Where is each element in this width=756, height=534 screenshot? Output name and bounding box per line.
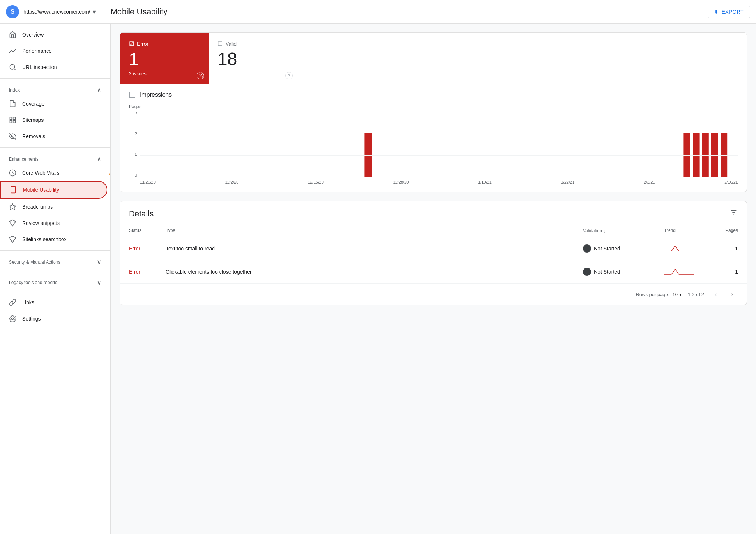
col-header-status: Status [129, 228, 166, 234]
sidebar-item-removals[interactable]: Removals [0, 128, 107, 144]
svg-line-1 [14, 69, 16, 70]
chevron-down-icon[interactable]: ▾ [679, 292, 682, 297]
sidebar-item-sitelinks-searchbox[interactable]: Sitelinks searchbox [0, 231, 107, 247]
index-section-header[interactable]: Index ∧ [0, 82, 110, 96]
sidebar-item-review-snippets[interactable]: Review snippets [0, 215, 107, 231]
sidebar-item-label: Sitemaps [22, 117, 44, 123]
divider [0, 291, 110, 291]
sidebar-item-label: Settings [22, 316, 41, 322]
sidebar-item-performance[interactable]: Performance [0, 43, 107, 59]
sidebar-item-links[interactable]: Links [0, 294, 107, 311]
diamond-icon [9, 219, 16, 227]
section-label: Security & Manual Actions [9, 260, 60, 265]
validation-text: Not Started [594, 269, 620, 275]
gridline-2 [140, 133, 738, 133]
gridline-1 [140, 155, 738, 156]
valid-tile[interactable]: ☐ Valid 18 ? [209, 33, 297, 84]
sidebar-item-overview[interactable]: Overview [0, 27, 107, 43]
row-trend [664, 266, 708, 277]
phone-icon [10, 186, 17, 194]
gridline-0 [140, 178, 738, 178]
y-axis-label: Pages [129, 104, 738, 109]
row-pages: 1 [708, 246, 738, 251]
table-row[interactable]: Error Text too small to read ! Not Start… [120, 237, 747, 260]
filter-icon[interactable] [730, 209, 738, 219]
error-tile-label: ☑ Error [129, 40, 200, 47]
enhancements-section-header[interactable]: Enhancements ∧ [0, 151, 110, 165]
legacy-section-header[interactable]: Legacy tools and reports ∨ [0, 274, 110, 288]
sidebar-item-label: Mobile Usability [23, 187, 59, 193]
sort-down-icon[interactable]: ↓ [604, 228, 606, 234]
sidebar-item-label: Links [22, 299, 34, 305]
main-content: ☑ Error 1 2 issues ? ? ☐ Valid 18 ? [111, 24, 756, 534]
export-icon: ⬇ [714, 9, 719, 15]
url-dropdown-icon[interactable]: ▾ [93, 8, 96, 16]
section-label: Enhancements [9, 157, 38, 162]
impressions-checkbox[interactable] [129, 92, 135, 98]
home-icon [9, 31, 16, 38]
help-circle-icon[interactable]: ? [197, 72, 204, 79]
section-label: Legacy tools and reports [9, 280, 57, 285]
details-title: Details [129, 209, 154, 219]
checkbox-empty-icon: ☐ [217, 40, 223, 47]
row-trend [664, 243, 708, 254]
x-axis: 11/20/20 12/2/20 12/15/20 12/28/20 1/10/… [129, 180, 738, 184]
sidebar: Overview Performance URL inspection Inde… [0, 24, 111, 534]
validation-text: Not Started [594, 246, 620, 251]
col-header-trend: Trend [664, 228, 708, 234]
error-issues: 2 issues [129, 71, 200, 76]
impressions-section: Impressions Pages 3 2 1 0 [120, 84, 747, 192]
sidebar-item-sitemaps[interactable]: Sitemaps [0, 112, 107, 128]
sidebar-item-label: Performance [22, 48, 52, 54]
main-layout: Overview Performance URL inspection Inde… [0, 24, 756, 534]
sidebar-item-mobile-usability[interactable]: Mobile Usability [0, 181, 107, 199]
table-row[interactable]: Error Clickable elements too close toget… [120, 260, 747, 284]
export-label: EXPORT [722, 9, 744, 15]
sidebar-item-label: Breadcrumbs [22, 204, 53, 210]
chart-main-area [140, 111, 738, 178]
rows-per-page-select[interactable]: 10 ▾ [672, 292, 681, 297]
not-started-icon: ! [583, 244, 591, 253]
col-header-pages: Pages [708, 228, 738, 234]
row-status-error: Error [129, 246, 166, 251]
col-header-validation[interactable]: Validation ↓ [583, 228, 664, 234]
rows-per-page-label: Rows per page: [636, 292, 669, 297]
sidebar-item-breadcrumbs[interactable]: Breadcrumbs [0, 199, 107, 215]
table-header: Status Type Validation ↓ Trend Pages [120, 225, 747, 237]
sidebar-item-settings[interactable]: Settings [0, 311, 107, 327]
not-started-icon: ! [583, 268, 591, 276]
divider [0, 271, 110, 271]
validation-label: Validation [583, 228, 602, 233]
chevron-up-icon[interactable]: ∧ [97, 86, 102, 94]
sidebar-item-label: Coverage [22, 101, 45, 107]
row-type: Text too small to read [166, 246, 583, 251]
site-url[interactable]: https://www.cnewcomer.com/ ▾ [24, 8, 96, 16]
help-circle-icon[interactable]: ? [285, 72, 293, 79]
chart-area: 3 2 1 0 [129, 111, 738, 178]
svg-marker-11 [10, 204, 16, 210]
divider [0, 78, 110, 79]
sidebar-item-coverage[interactable]: Coverage [0, 96, 107, 112]
y-axis: 3 2 1 0 [129, 111, 140, 177]
row-status-error: Error [129, 269, 166, 275]
sidebar-item-url-inspection[interactable]: URL inspection [0, 59, 107, 75]
chevron-down-icon[interactable]: ∨ [97, 278, 102, 287]
next-page-button[interactable]: › [726, 288, 738, 300]
page-info: 1-2 of 2 [688, 292, 704, 297]
chevron-up-icon[interactable]: ∧ [97, 155, 102, 163]
row-validation: ! Not Started [583, 244, 664, 253]
prev-page-button[interactable]: ‹ [710, 288, 722, 300]
sidebar-item-core-web-vitals[interactable]: Core Web Vitals [0, 165, 107, 181]
error-tile[interactable]: ☑ Error 1 2 issues ? ? [120, 33, 209, 84]
status-card: ☑ Error 1 2 issues ? ? ☐ Valid 18 ? [120, 32, 747, 192]
logo: S [6, 5, 19, 18]
sidebar-item-label: Sitelinks searchbox [22, 236, 67, 242]
eye-off-icon [9, 133, 16, 140]
export-button[interactable]: ⬇ EXPORT [708, 6, 750, 18]
page-title: Mobile Usability [96, 7, 708, 17]
security-section-header[interactable]: Security & Manual Actions ∨ [0, 254, 110, 268]
chevron-down-icon[interactable]: ∨ [97, 258, 102, 266]
sidebar-item-label: Review snippets [22, 220, 60, 226]
valid-label: Valid [226, 41, 237, 47]
details-card: Details Status Type Validation ↓ Trend P… [120, 201, 747, 305]
